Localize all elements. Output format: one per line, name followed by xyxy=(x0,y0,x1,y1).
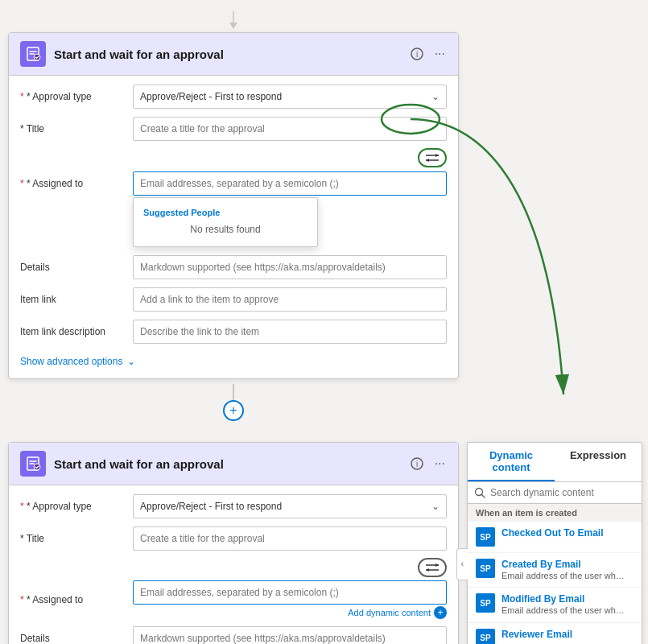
modified-by-text: Modified By Email Email address of the u… xyxy=(501,593,634,616)
bottom-assigned-to-label: * Assigned to xyxy=(20,594,133,605)
dynamic-item-modified-by[interactable]: SP Modified By Email Email address of th… xyxy=(468,588,642,622)
bottom-title-input[interactable] xyxy=(133,526,447,551)
approval-type-label: * Approval type xyxy=(20,91,133,102)
toggle-row xyxy=(20,148,447,167)
approval-type-row: * Approval type Approve/Reject - First t… xyxy=(20,84,447,109)
tab-dynamic-content[interactable]: Dynamic content xyxy=(468,443,555,481)
advanced-label-top: Show advanced options xyxy=(20,356,122,367)
no-results-text: No results found xyxy=(134,219,317,240)
dynamic-item-reviewer[interactable]: SP Reviewer Email xyxy=(468,623,642,644)
bottom-area: Start and wait for an approval i ··· * A… xyxy=(8,442,642,644)
approval-icon xyxy=(20,41,46,67)
tab-expression[interactable]: Expression xyxy=(555,443,642,481)
item-link-desc-label: Item link description xyxy=(20,326,133,337)
bottom-approval-type-chevron: ⌄ xyxy=(431,501,440,512)
bottom-details-row: Details xyxy=(20,625,447,644)
suggestion-dropdown: Suggested People No results found xyxy=(133,197,318,247)
bottom-approval-type-label: * Approval type xyxy=(20,501,133,512)
modified-by-desc: Email address of the user who last ch xyxy=(501,605,626,616)
bottom-card-header: Start and wait for an approval i ··· xyxy=(9,443,458,485)
bottom-card-title: Start and wait for an approval xyxy=(54,457,409,471)
suggestion-header: Suggested People xyxy=(134,204,317,219)
assigned-to-row: * Assigned to Suggested People No result… xyxy=(20,171,447,196)
created-by-desc: Email address of the user who create xyxy=(501,570,626,581)
svg-marker-9 xyxy=(426,159,429,162)
add-step-button-middle[interactable]: + xyxy=(223,400,244,421)
approval-type-chevron: ⌄ xyxy=(431,91,440,102)
svg-point-3 xyxy=(34,54,40,60)
approval-icon-bottom xyxy=(20,451,46,477)
svg-marker-15 xyxy=(435,564,439,567)
svg-marker-17 xyxy=(426,568,429,572)
reviewer-text: Reviewer Email xyxy=(501,629,634,640)
top-approval-card: Start and wait for an approval i ··· * A… xyxy=(8,32,459,379)
bottom-assigned-to-row: * Assigned to Add dynamic content + xyxy=(20,580,447,619)
svg-marker-1 xyxy=(229,23,237,29)
dynamic-search-input[interactable] xyxy=(490,487,635,498)
dynamic-search-row xyxy=(468,482,642,504)
advanced-chevron-top: ⌄ xyxy=(127,356,135,367)
top-connector xyxy=(8,11,459,29)
details-input[interactable] xyxy=(133,255,447,279)
bottom-title-label: * Title xyxy=(20,533,133,544)
svg-marker-7 xyxy=(435,154,439,157)
bottom-card-body: * Approval type Approve/Reject - First t… xyxy=(9,485,458,644)
item-link-label: Item link xyxy=(20,294,133,305)
toggle-icon[interactable] xyxy=(418,148,447,167)
svg-line-19 xyxy=(482,495,485,498)
bottom-title-row: * Title xyxy=(20,526,447,551)
bottom-details-label: Details xyxy=(20,633,133,644)
item-link-desc-input[interactable] xyxy=(133,320,447,344)
bottom-toggle-row xyxy=(20,558,447,577)
created-by-text: Created By Email Email address of the us… xyxy=(501,559,634,581)
checked-out-title: Checked Out To Email xyxy=(501,527,634,539)
bottom-details-input[interactable] xyxy=(133,626,447,644)
middle-add-connector: + xyxy=(8,384,459,421)
created-by-icon: SP xyxy=(476,559,495,578)
dynamic-content-panel: ‹ Dynamic content Expression When an ite… xyxy=(467,442,642,644)
title-label: * Title xyxy=(20,123,133,134)
top-card-title: Start and wait for an approval xyxy=(54,47,409,61)
bottom-approval-card: Start and wait for an approval i ··· * A… xyxy=(8,442,459,644)
more-button-top[interactable]: ··· xyxy=(433,45,447,63)
more-button-bottom[interactable]: ··· xyxy=(433,455,447,473)
add-dynamic-plus-icon: + xyxy=(434,606,447,619)
top-card-actions: i ··· xyxy=(409,45,447,63)
bottom-assigned-to-input[interactable] xyxy=(133,580,447,605)
checked-out-icon: SP xyxy=(476,527,495,547)
search-icon xyxy=(474,487,485,498)
dynamic-item-checked-out[interactable]: SP Checked Out To Email xyxy=(468,522,642,553)
svg-point-11 xyxy=(34,464,40,470)
reviewer-title: Reviewer Email xyxy=(501,629,634,640)
dynamic-item-created-by[interactable]: SP Created By Email Email address of the… xyxy=(468,553,642,588)
approval-type-select[interactable]: Approve/Reject - First to respond ⌄ xyxy=(133,85,447,109)
top-card-body: * Approval type Approve/Reject - First t… xyxy=(9,76,458,378)
item-link-input[interactable] xyxy=(133,287,447,312)
dynamic-items-list: SP Checked Out To Email SP Created By Em… xyxy=(468,522,642,644)
created-by-title: Created By Email xyxy=(501,559,634,570)
bottom-approval-type-select[interactable]: Approve/Reject - First to respond ⌄ xyxy=(133,494,447,518)
assigned-to-label: * Assigned to xyxy=(20,178,133,189)
checked-out-text: Checked Out To Email xyxy=(501,527,634,539)
details-row: Details xyxy=(20,254,447,280)
svg-text:i: i xyxy=(416,50,418,59)
details-label: Details xyxy=(20,262,133,273)
bottom-card-actions: i ··· xyxy=(409,455,447,473)
bottom-toggle-icon[interactable] xyxy=(418,558,447,577)
top-card-header: Start and wait for an approval i ··· xyxy=(9,33,458,76)
reviewer-icon: SP xyxy=(476,629,495,644)
dynamic-panel-tabs: Dynamic content Expression xyxy=(468,443,642,482)
bottom-approval-type-row: * Approval type Approve/Reject - First t… xyxy=(20,493,447,519)
item-link-desc-row: Item link description xyxy=(20,319,447,345)
info-button-bottom[interactable]: i xyxy=(409,456,425,472)
assigned-to-input[interactable] xyxy=(133,171,447,196)
svg-text:i: i xyxy=(416,460,418,469)
advanced-options-top[interactable]: Show advanced options ⌄ xyxy=(20,351,447,370)
modified-by-icon: SP xyxy=(476,593,495,613)
dynamic-section-header: When an item is created xyxy=(468,504,642,522)
title-input[interactable] xyxy=(133,117,447,141)
panel-collapse-button[interactable]: ‹ xyxy=(456,548,468,580)
modified-by-title: Modified By Email xyxy=(501,593,634,605)
info-button-top[interactable]: i xyxy=(409,46,425,62)
add-dynamic-content-link[interactable]: Add dynamic content + xyxy=(133,606,447,619)
